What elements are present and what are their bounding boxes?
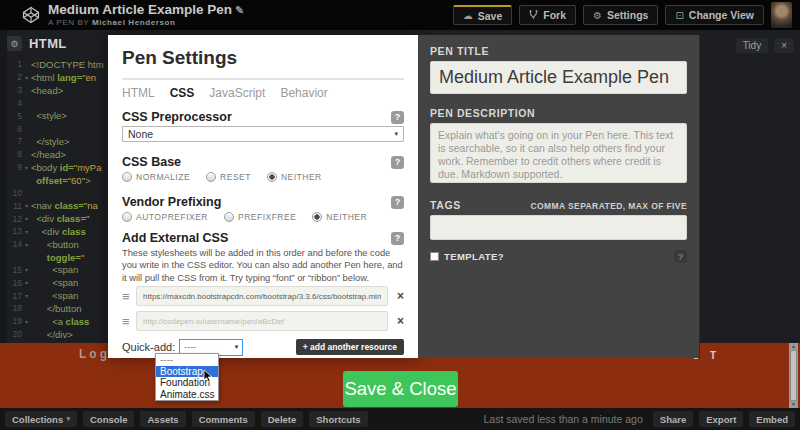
radio-checked-icon xyxy=(312,212,322,222)
scroll-up-icon[interactable]: ▲ xyxy=(791,344,796,349)
external-css-resource-row: ≡ × xyxy=(122,286,404,307)
template-checkbox[interactable] xyxy=(430,252,439,261)
select-arrow-icon: ▾ xyxy=(394,130,398,138)
dropdown-option-none[interactable]: ---- xyxy=(156,354,218,366)
cloud-icon: ☁ xyxy=(463,10,473,21)
radio-icon xyxy=(122,172,132,182)
caret-down-icon: ▾ xyxy=(66,415,70,423)
modal-divider xyxy=(122,78,404,80)
modal-title: Pen Settings xyxy=(122,47,404,69)
add-external-css-header: Add External CSS ? xyxy=(122,231,404,245)
codepen-editor-page: Medium Article Example Pen✎ A PEN BY Mic… xyxy=(0,0,800,430)
select-arrow-icon: ▾ xyxy=(235,343,239,351)
pen-title-block: Medium Article Example Pen✎ A PEN BY Mic… xyxy=(48,3,244,28)
tags-label: TAGS xyxy=(430,199,461,212)
tab-behavior[interactable]: Behavior xyxy=(280,86,327,100)
tags-input[interactable] xyxy=(430,215,687,240)
fork-button[interactable]: Fork xyxy=(519,5,576,25)
help-icon[interactable]: ? xyxy=(391,232,404,245)
editor-panel-title: HTML xyxy=(29,36,67,51)
shortcuts-button[interactable]: Shortcuts xyxy=(309,411,367,427)
pen-title-header: Medium Article Example Pen✎ xyxy=(48,3,244,17)
radio-prefixfree[interactable]: PREFIXFREE xyxy=(224,212,296,222)
radio-icon xyxy=(122,212,132,222)
drag-handle-icon[interactable]: ≡ xyxy=(122,289,136,304)
dropdown-option-animate[interactable]: Animate.css xyxy=(156,389,218,401)
tab-css[interactable]: CSS xyxy=(170,86,195,100)
pen-details-panel: PEN TITLE PEN DESCRIPTION TAGS COMMA SEP… xyxy=(418,35,700,358)
help-icon[interactable]: ? xyxy=(674,250,687,263)
export-button[interactable]: Export xyxy=(699,411,743,427)
change-view-button[interactable]: ⊡Change View xyxy=(665,5,764,25)
tags-header: TAGS COMMA SEPARATED, MAX OF FIVE xyxy=(430,199,687,212)
pen-settings-modal: Pen Settings HTML CSS JavaScript Behavio… xyxy=(108,35,418,358)
template-label: TEMPLATE? xyxy=(444,251,504,262)
external-css-description: These stylesheets will be added in this … xyxy=(122,247,404,284)
html-editor-header: ⚙ HTML xyxy=(7,36,67,51)
tidy-button[interactable]: Tidy xyxy=(736,38,769,53)
collections-button[interactable]: Collections▾ xyxy=(5,411,77,427)
quick-add-label: Quick-add: xyxy=(122,341,175,353)
pen-byline: A PEN BY Michael Henderson xyxy=(48,19,244,27)
css-base-radios: NORMALIZE RESET NEITHER xyxy=(122,171,404,182)
pen-title-input[interactable] xyxy=(430,61,687,94)
external-css-url-input-empty[interactable] xyxy=(136,311,388,331)
save-and-close-button[interactable]: Save & Close xyxy=(343,371,458,407)
tab-html[interactable]: HTML xyxy=(122,86,155,100)
editor-actions: Tidy × xyxy=(736,38,794,53)
editor-gear-icon[interactable]: ⚙ xyxy=(7,36,22,51)
editor-gutter xyxy=(0,30,7,343)
settings-button[interactable]: ⚙Settings xyxy=(583,5,658,25)
tags-hint: COMMA SEPARATED, MAX OF FIVE xyxy=(531,201,688,211)
radio-neither-prefix[interactable]: NEITHER xyxy=(312,212,367,222)
editor-close-icon[interactable]: × xyxy=(774,38,794,53)
mouse-cursor-icon xyxy=(203,369,213,383)
scroll-down-icon[interactable]: ▼ xyxy=(791,402,796,407)
radio-reset[interactable]: RESET xyxy=(206,172,251,182)
comments-button[interactable]: Comments xyxy=(192,411,255,427)
delete-button[interactable]: Delete xyxy=(261,411,304,427)
pen-title-label: PEN TITLE xyxy=(430,45,687,58)
external-css-url-input[interactable] xyxy=(136,286,388,306)
remove-resource-icon[interactable]: × xyxy=(388,314,404,328)
embed-button[interactable]: Embed xyxy=(749,411,795,427)
radio-neither-base[interactable]: NEITHER xyxy=(267,172,322,182)
scrollbar-thumb[interactable] xyxy=(790,350,797,401)
footer-bar: Collections▾ Console Assets Comments Del… xyxy=(0,408,800,430)
radio-normalize[interactable]: NORMALIZE xyxy=(122,172,190,182)
settings-tabs: HTML CSS JavaScript Behavior xyxy=(122,86,404,99)
radio-checked-icon xyxy=(267,172,277,182)
css-preprocessor-select[interactable]: None ▾ xyxy=(122,126,404,142)
pen-description-label: PEN DESCRIPTION xyxy=(430,107,687,120)
drag-handle-icon[interactable]: ≡ xyxy=(122,314,136,329)
css-base-header: CSS Base ? xyxy=(122,155,404,169)
radio-icon xyxy=(206,172,216,182)
share-button[interactable]: Share xyxy=(653,411,693,427)
codepen-logo-icon[interactable] xyxy=(22,6,40,24)
gear-icon: ⚙ xyxy=(593,10,602,21)
vendor-prefixing-radios: AUTOPREFIXER PREFIXFREE NEITHER xyxy=(122,211,404,222)
radio-autoprefixer[interactable]: AUTOPREFIXER xyxy=(122,212,208,222)
tab-javascript[interactable]: JavaScript xyxy=(209,86,265,100)
author-name[interactable]: Michael Henderson xyxy=(92,18,176,27)
help-icon[interactable]: ? xyxy=(391,111,404,124)
assets-button[interactable]: Assets xyxy=(140,411,185,427)
css-preprocessor-header: CSS Preprocessor ? xyxy=(122,110,404,124)
template-row: TEMPLATE? ? xyxy=(430,250,687,263)
edit-pencil-icon[interactable]: ✎ xyxy=(235,4,244,16)
remove-resource-icon[interactable]: × xyxy=(388,289,404,303)
vendor-prefixing-header: Vendor Prefixing ? xyxy=(122,195,404,209)
user-avatar[interactable] xyxy=(771,2,792,28)
help-icon[interactable]: ? xyxy=(391,196,404,209)
external-css-resource-row: ≡ × xyxy=(122,311,404,332)
pen-description-textarea[interactable] xyxy=(430,123,687,183)
preview-scrollbar[interactable]: ▲ ▼ xyxy=(789,343,798,408)
save-button[interactable]: ☁Save xyxy=(453,5,513,25)
fork-icon xyxy=(529,10,538,20)
console-button[interactable]: Console xyxy=(83,411,134,427)
add-another-resource-button[interactable]: + add another resource xyxy=(296,339,404,355)
top-header-bar: Medium Article Example Pen✎ A PEN BY Mic… xyxy=(0,0,800,30)
change-view-icon: ⊡ xyxy=(675,10,683,21)
help-icon[interactable]: ? xyxy=(391,156,404,169)
header-buttons: ☁Save Fork ⚙Settings ⊡Change View xyxy=(453,2,794,28)
